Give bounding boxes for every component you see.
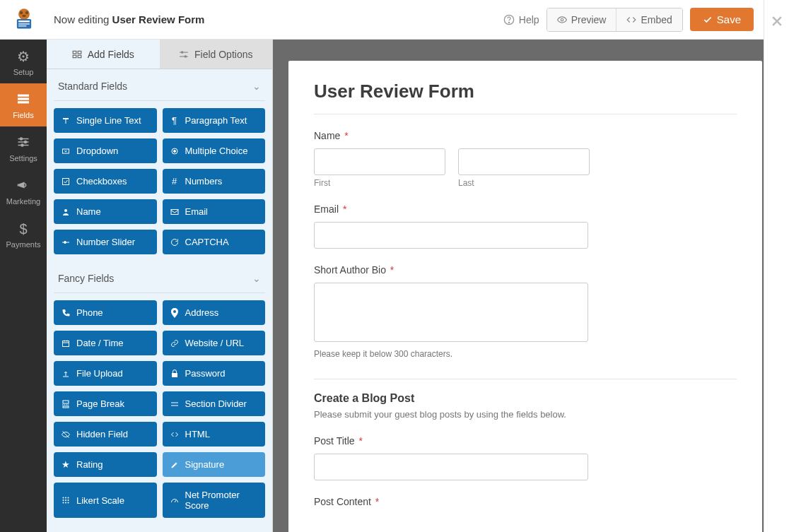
field-captcha[interactable]: CAPTCHA [163, 230, 266, 254]
first-sublabel: First [314, 178, 445, 188]
svg-point-28 [182, 51, 183, 52]
fancy-fields-header[interactable]: Fancy Fields ⌄ [54, 261, 265, 293]
field-name-block[interactable]: Name * First Last [314, 130, 737, 188]
field-email-block[interactable]: Email * [314, 203, 737, 249]
field-hidden-field[interactable]: Hidden Field [54, 422, 157, 447]
field-paragraph-text[interactable]: ¶Paragraph Text [163, 108, 266, 133]
field-email[interactable]: Email [163, 199, 266, 224]
upload-icon [61, 369, 71, 379]
text-icon [61, 116, 71, 126]
nav-setup[interactable]: ⚙ Setup [0, 40, 47, 83]
field-dropdown[interactable]: Dropdown [54, 138, 157, 163]
user-icon [61, 207, 71, 217]
required-asterisk: * [344, 130, 348, 141]
captcha-icon [170, 237, 180, 247]
svg-point-35 [64, 209, 67, 212]
chevron-down-icon: ⌄ [252, 81, 261, 92]
field-address[interactable]: Address [163, 300, 266, 325]
field-rating[interactable]: ★Rating [54, 452, 157, 477]
fancy-fields-title: Fancy Fields [58, 273, 114, 284]
last-name-input[interactable] [458, 148, 590, 175]
nav-settings-label: Settings [9, 154, 37, 162]
side-tabs: Add Fields Field Options [47, 40, 272, 69]
svg-point-17 [21, 138, 23, 140]
field-likert-scale[interactable]: Likert Scale [54, 483, 157, 518]
dropdown-icon [61, 146, 71, 156]
check-icon [703, 15, 713, 25]
svg-rect-25 [73, 55, 76, 58]
post-title-input[interactable] [314, 454, 588, 480]
left-nav: ⚙ Setup Fields Settings Marketing $ Paym… [0, 40, 47, 532]
field-multiple-choice[interactable]: Multiple Choice [163, 138, 266, 163]
form-name: User Review Form [112, 13, 205, 25]
nav-settings[interactable]: Settings [0, 126, 47, 170]
email-icon [170, 207, 180, 217]
grid-dots-icon [61, 495, 71, 505]
tab-add-fields[interactable]: Add Fields [47, 40, 160, 69]
code-icon [170, 430, 180, 439]
svg-point-54 [68, 497, 69, 499]
page-break-icon [61, 399, 71, 409]
svg-point-3 [22, 14, 26, 16]
standard-fields-title: Standard Fields [58, 81, 127, 92]
svg-point-33 [173, 150, 175, 152]
close-button[interactable] [770, 14, 784, 28]
side-scroll[interactable]: Standard Fields ⌄ Single Line Text ¶Para… [47, 69, 272, 532]
form-icon [0, 92, 47, 108]
field-html[interactable]: HTML [163, 422, 266, 447]
field-date-time[interactable]: Date / Time [54, 331, 157, 355]
field-password[interactable]: Password [163, 361, 266, 386]
field-page-break[interactable]: Page Break [54, 391, 157, 416]
post-content-label: Post Content * [314, 496, 737, 507]
field-post-content-block[interactable]: Post Content * [314, 496, 737, 507]
field-phone[interactable]: Phone [54, 300, 157, 325]
save-button[interactable]: Save [690, 8, 754, 31]
pin-icon [170, 308, 180, 318]
svg-point-57 [68, 500, 69, 501]
embed-label: Embed [641, 14, 672, 25]
field-net-promoter-score[interactable]: Net Promoter Score [163, 483, 266, 518]
field-number-slider[interactable]: Number Slider [54, 230, 157, 254]
fancy-fields-grid: Phone Address Date / Time Website / URL … [54, 293, 265, 525]
nav-marketing[interactable]: Marketing [0, 170, 47, 213]
svg-rect-23 [73, 51, 76, 54]
field-single-line-text[interactable]: Single Line Text [54, 108, 157, 133]
field-checkboxes[interactable]: Checkboxes [54, 169, 157, 194]
bio-helper: Please keep it below 300 characters. [314, 349, 737, 359]
checkbox-icon [61, 177, 71, 187]
field-website-url[interactable]: Website / URL [163, 331, 266, 355]
embed-button[interactable]: Embed [616, 8, 682, 31]
field-post-title-block[interactable]: Post Title * [314, 435, 737, 480]
field-signature[interactable]: Signature [163, 452, 266, 477]
svg-point-60 [68, 502, 69, 504]
bio-textarea[interactable] [314, 283, 588, 342]
required-asterisk: * [390, 264, 394, 276]
standard-fields-header[interactable]: Standard Fields ⌄ [54, 69, 265, 101]
canvas-area[interactable]: User Review Form Name * First Last Email… [273, 40, 764, 532]
nav-fields[interactable]: Fields [0, 83, 47, 126]
svg-rect-26 [78, 55, 81, 58]
svg-point-59 [65, 502, 66, 504]
svg-rect-48 [63, 406, 69, 408]
field-numbers[interactable]: #Numbers [163, 169, 266, 194]
nav-payments[interactable]: $ Payments [0, 213, 47, 256]
svg-point-30 [185, 55, 186, 57]
save-label: Save [717, 13, 741, 25]
preview-button[interactable]: Preview [547, 8, 616, 31]
pencil-icon [170, 460, 180, 470]
sliders-small-icon [179, 50, 189, 59]
field-name[interactable]: Name [54, 199, 157, 224]
svg-point-56 [65, 500, 66, 501]
help-link[interactable]: Help [503, 14, 539, 25]
form-title: User Review Form [314, 81, 737, 114]
svg-point-55 [63, 500, 64, 501]
field-file-upload[interactable]: File Upload [54, 361, 157, 386]
first-name-input[interactable] [314, 148, 445, 175]
email-label: Email * [314, 203, 737, 215]
svg-rect-14 [18, 97, 29, 100]
email-input[interactable] [314, 222, 588, 249]
field-section-divider[interactable]: Section Divider [163, 391, 266, 416]
post-title-label: Post Title * [314, 435, 737, 447]
field-bio-block[interactable]: Short Author Bio * Please keep it below … [314, 264, 737, 359]
tab-field-options[interactable]: Field Options [160, 40, 273, 69]
